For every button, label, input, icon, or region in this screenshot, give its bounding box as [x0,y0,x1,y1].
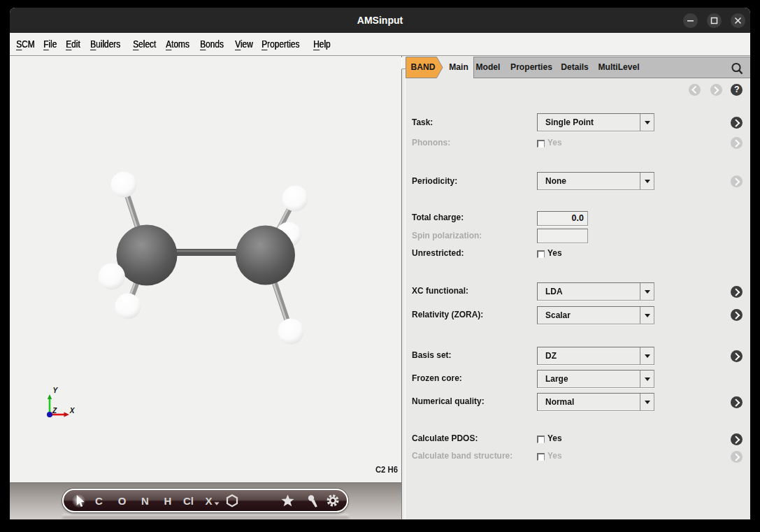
svg-text:N: N [141,495,149,507]
svg-text:Y: Y [53,387,59,394]
svg-text:X: X [69,407,76,415]
svg-text:O: O [117,495,126,507]
svg-text:Cl: Cl [183,495,194,507]
svg-text:H: H [164,495,171,507]
svg-text:Z: Z [52,407,57,415]
svg-text:C: C [95,495,103,507]
svg-text:X: X [205,495,212,507]
